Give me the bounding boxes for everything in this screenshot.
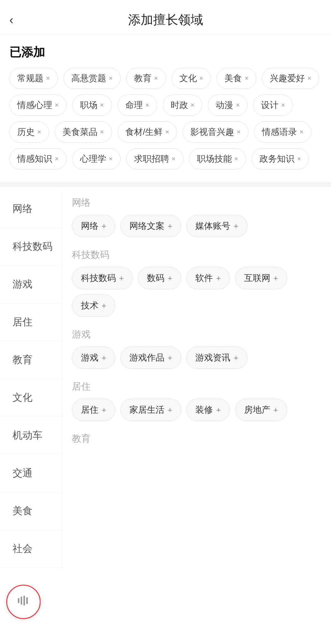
- left-nav-item[interactable]: 游戏: [0, 266, 62, 303]
- left-nav-item[interactable]: 教育: [0, 341, 62, 379]
- added-tag[interactable]: 设计×: [253, 95, 293, 116]
- added-tag[interactable]: 职场×: [72, 95, 112, 116]
- added-tag[interactable]: 情感知识×: [9, 148, 67, 170]
- plus-icon: +: [273, 406, 278, 414]
- tag-close-icon[interactable]: ×: [297, 155, 301, 162]
- tag-close-icon[interactable]: ×: [109, 155, 113, 162]
- tag-close-icon[interactable]: ×: [100, 102, 104, 109]
- mic-icon: [17, 594, 30, 610]
- added-tag[interactable]: 政务知识×: [252, 148, 309, 170]
- tag-close-icon[interactable]: ×: [172, 155, 176, 162]
- added-tag[interactable]: 美食×: [217, 68, 256, 89]
- tag-close-icon[interactable]: ×: [244, 75, 248, 82]
- add-tag[interactable]: 软件+: [186, 267, 230, 289]
- plus-icon: +: [102, 222, 106, 230]
- add-tag[interactable]: 居住+: [72, 399, 115, 421]
- add-tag[interactable]: 家居生活+: [120, 399, 181, 421]
- left-nav: 网络科技数码游戏居住教育文化机动车交通美食社会: [0, 190, 63, 568]
- left-nav-item[interactable]: 社会: [0, 530, 62, 568]
- left-nav-item[interactable]: 机动车: [0, 417, 62, 455]
- sub-section: 居住居住+家居生活+装修+房地产+: [72, 380, 322, 421]
- added-tag[interactable]: 食材/生鲜×: [118, 121, 177, 143]
- plus-icon: +: [168, 222, 172, 230]
- tag-close-icon[interactable]: ×: [234, 155, 238, 162]
- plus-icon: +: [168, 274, 172, 282]
- tag-close-icon[interactable]: ×: [307, 75, 311, 82]
- added-tag[interactable]: 命理×: [118, 95, 157, 116]
- sub-section: 科技数码科技数码+数码+软件+互联网+技术+: [72, 248, 322, 317]
- added-tag[interactable]: 兴趣爱好×: [262, 68, 319, 89]
- sub-section-title: 居住: [72, 380, 322, 393]
- add-tag[interactable]: 房地产+: [235, 399, 287, 421]
- page-title: 添加擅长领域: [128, 11, 203, 28]
- added-tag[interactable]: 影视音兴趣×: [183, 121, 248, 143]
- added-tag[interactable]: 美食菜品×: [55, 121, 112, 143]
- added-tag[interactable]: 动漫×: [208, 95, 248, 116]
- added-tag[interactable]: 高悬赏题×: [63, 68, 121, 89]
- tag-close-icon[interactable]: ×: [281, 102, 285, 109]
- add-tag[interactable]: 数码+: [138, 267, 181, 289]
- add-tag[interactable]: 科技数码+: [72, 267, 133, 289]
- left-nav-item[interactable]: 网络: [0, 190, 62, 228]
- add-tags-row: 游戏+游戏作品+游戏资讯+: [72, 347, 322, 369]
- back-button[interactable]: ‹: [9, 14, 13, 26]
- add-tag[interactable]: 游戏资讯+: [186, 347, 247, 369]
- svg-rect-0: [18, 598, 19, 603]
- tag-close-icon[interactable]: ×: [37, 129, 41, 135]
- left-nav-item[interactable]: 科技数码: [0, 228, 62, 266]
- svg-rect-1: [21, 597, 22, 605]
- left-nav-item[interactable]: 文化: [0, 379, 62, 417]
- right-content: 网络网络+网络文案+媒体账号+科技数码科技数码+数码+软件+互联网+技术+游戏游…: [63, 190, 331, 568]
- sub-section: 网络网络+网络文案+媒体账号+: [72, 196, 322, 237]
- tag-close-icon[interactable]: ×: [46, 75, 50, 82]
- tag-close-icon[interactable]: ×: [109, 75, 113, 82]
- add-tags-row: 居住+家居生活+装修+房地产+: [72, 399, 322, 421]
- sub-section: 游戏游戏+游戏作品+游戏资讯+: [72, 328, 322, 369]
- added-tag[interactable]: 文化×: [172, 68, 211, 89]
- added-tag[interactable]: 教育×: [126, 68, 166, 89]
- tag-close-icon[interactable]: ×: [55, 155, 59, 162]
- left-nav-item[interactable]: 居住: [0, 303, 62, 341]
- add-tag[interactable]: 游戏作品+: [120, 347, 181, 369]
- section-divider: [0, 182, 331, 187]
- add-tag[interactable]: 媒体账号+: [186, 215, 247, 237]
- tag-close-icon[interactable]: ×: [100, 129, 104, 135]
- plus-icon: +: [233, 354, 238, 362]
- left-nav-item[interactable]: 美食: [0, 492, 62, 530]
- add-tag[interactable]: 互联网+: [235, 267, 287, 289]
- add-tag[interactable]: 游戏+: [72, 347, 115, 369]
- tag-close-icon[interactable]: ×: [165, 129, 169, 135]
- added-tag[interactable]: 心理学×: [72, 148, 121, 170]
- tag-close-icon[interactable]: ×: [145, 102, 149, 109]
- tag-close-icon[interactable]: ×: [236, 102, 240, 109]
- plus-icon: +: [233, 222, 238, 230]
- added-tag[interactable]: 历史×: [9, 121, 49, 143]
- added-tag[interactable]: 情感语录×: [254, 121, 311, 143]
- added-tag[interactable]: 时政×: [163, 95, 203, 116]
- added-tag[interactable]: 情感心理×: [9, 95, 67, 116]
- add-tag[interactable]: 技术+: [72, 294, 115, 317]
- tag-close-icon[interactable]: ×: [154, 75, 158, 82]
- sub-section: 教育: [72, 432, 322, 445]
- svg-rect-2: [23, 596, 25, 606]
- added-tag[interactable]: 职场技能×: [189, 148, 246, 170]
- add-tag[interactable]: 装修+: [186, 399, 230, 421]
- plus-icon: +: [216, 274, 221, 282]
- tag-close-icon[interactable]: ×: [299, 129, 303, 135]
- plus-icon: +: [119, 274, 124, 282]
- added-tags-container: 常规题×高悬赏题×教育×文化×美食×兴趣爱好×情感心理×职场×命理×时政×动漫×…: [9, 68, 322, 170]
- floating-button[interactable]: [6, 585, 41, 619]
- add-tag[interactable]: 网络文案+: [120, 215, 181, 237]
- sub-section-title: 游戏: [72, 328, 322, 341]
- sub-section-title: 教育: [72, 432, 322, 445]
- tag-close-icon[interactable]: ×: [191, 102, 195, 109]
- tag-close-icon[interactable]: ×: [199, 75, 203, 82]
- left-nav-item[interactable]: 交通: [0, 455, 62, 492]
- tag-close-icon[interactable]: ×: [237, 129, 241, 135]
- add-tag[interactable]: 网络+: [72, 215, 115, 237]
- add-tags-row: 科技数码+数码+软件+互联网+技术+: [72, 267, 322, 317]
- added-tag[interactable]: 求职招聘×: [126, 148, 183, 170]
- sub-section-title: 科技数码: [72, 248, 322, 261]
- tag-close-icon[interactable]: ×: [55, 102, 59, 109]
- added-tag[interactable]: 常规题×: [9, 68, 58, 89]
